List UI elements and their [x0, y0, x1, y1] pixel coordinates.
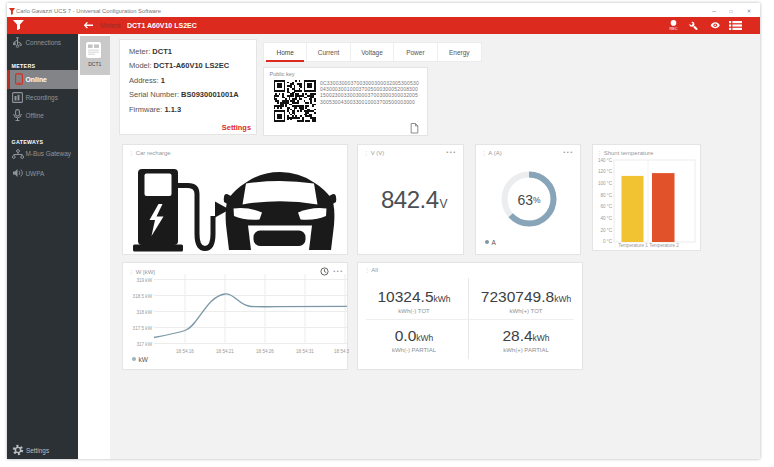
- svg-text:18:54:36: 18:54:36: [334, 349, 349, 354]
- svg-text:40 °C: 40 °C: [600, 216, 612, 221]
- svg-text:18:54:31: 18:54:31: [296, 349, 314, 354]
- svg-text:Temperature 1: Temperature 1: [618, 243, 648, 248]
- svg-text:80 °C: 80 °C: [600, 193, 612, 198]
- svg-text:140 °C: 140 °C: [598, 158, 613, 163]
- svg-text:Temperature 2: Temperature 2: [649, 243, 679, 248]
- svg-text:318 kW: 318 kW: [136, 310, 152, 315]
- svg-text:318.5 kW: 318.5 kW: [133, 294, 153, 299]
- svg-text:18:54:26: 18:54:26: [256, 349, 274, 354]
- svg-text:0 °C: 0 °C: [603, 239, 613, 244]
- svg-text:18:54:16: 18:54:16: [176, 349, 194, 354]
- svg-text:120 °C: 120 °C: [598, 169, 613, 174]
- svg-text:317 kW: 317 kW: [136, 342, 152, 347]
- svg-text:REC: REC: [669, 27, 677, 31]
- svg-text:60 °C: 60 °C: [600, 204, 612, 209]
- svg-text:317.5 kW: 317.5 kW: [133, 326, 153, 331]
- svg-text:319 kW: 319 kW: [136, 278, 152, 283]
- svg-text:100 °C: 100 °C: [598, 181, 613, 186]
- svg-text:20 °C: 20 °C: [600, 228, 612, 233]
- svg-text:18:54:21: 18:54:21: [216, 349, 234, 354]
